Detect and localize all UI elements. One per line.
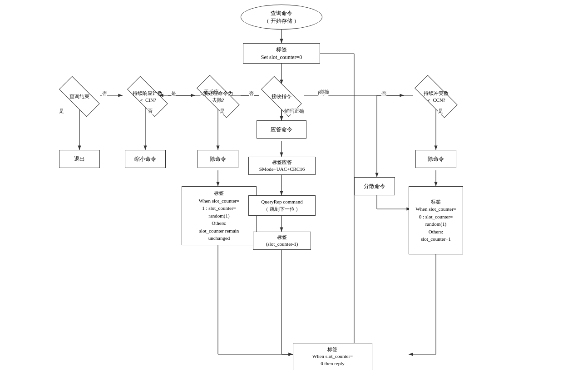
preprocess-node: 预处理命令为去除? bbox=[188, 84, 247, 109]
persist-resp-label: 持续响应计数＜ CIN? bbox=[133, 90, 163, 103]
tag-slot1-label: 标签When slot_counter=1 : slot_counter=ran… bbox=[199, 189, 240, 242]
queryrep-label: QueryRep command（ 跳到下一位 ） bbox=[261, 198, 302, 213]
when-slot-reply-label: 标签When slot_counter=0 then reply bbox=[312, 346, 353, 367]
persist-conf-no-label: 否 bbox=[381, 90, 386, 97]
remove-cmd1-node: 除命令 bbox=[198, 150, 238, 168]
preprocess-yes-label: 是 bbox=[220, 108, 225, 114]
persist-conf-node: 持续冲突数＜ CCN? bbox=[406, 84, 465, 109]
scatter-cmd-node: 分散命令 bbox=[354, 177, 395, 195]
query-end-yes-label: 是 bbox=[59, 108, 64, 114]
remove-cmd2-label: 除命令 bbox=[428, 155, 444, 163]
tag-slot2-node: 标签When slot_counter=0 : slot_counter=ran… bbox=[409, 186, 463, 254]
exit-label: 退出 bbox=[74, 155, 85, 163]
tag-reply-node: 标签应答SMode+UAC+CRC16 bbox=[248, 157, 316, 175]
shrink-cmd-node: 缩小命令 bbox=[125, 150, 166, 168]
tag-dec-node: 标签(slot_counter-1) bbox=[253, 232, 311, 250]
query-end-node: 查询结束 bbox=[52, 84, 107, 109]
preprocess-no-label: 否 bbox=[249, 90, 254, 97]
start-label: 查询命令 （ 开始存储 ） bbox=[264, 10, 299, 25]
tag-slot2-label: 标签When slot_counter=0 : slot_counter=ran… bbox=[415, 198, 456, 243]
persist-resp-no-label: 否 bbox=[148, 108, 153, 114]
recv-cmd-label: 接收指令 bbox=[272, 93, 291, 99]
set-slot-node: 标签Set slot_counter=0 bbox=[243, 43, 320, 64]
ack-cmd-node: 应答命令 bbox=[257, 120, 306, 139]
tag-dec-label: 标签(slot_counter-1) bbox=[266, 234, 298, 248]
flowchart-diagram: 查询命令 （ 开始存储 ） 标签Set slot_counter=0 接收指令 … bbox=[0, 0, 563, 392]
query-end-label: 查询结束 bbox=[69, 93, 89, 99]
exit-node: 退出 bbox=[59, 150, 100, 168]
start-node: 查询命令 （ 开始存储 ） bbox=[241, 5, 322, 30]
when-slot-reply-node: 标签When slot_counter=0 then reply bbox=[293, 343, 372, 370]
set-slot-label: 标签Set slot_counter=0 bbox=[261, 46, 302, 61]
scatter-cmd-label: 分散命令 bbox=[364, 183, 385, 190]
remove-cmd1-label: 除命令 bbox=[210, 155, 226, 163]
remove-cmd2-node: 除命令 bbox=[415, 150, 456, 168]
persist-conf-yes-label: 是 bbox=[438, 108, 443, 114]
persist-resp-yes-label: 是 bbox=[171, 90, 176, 97]
tag-reply-label: 标签应答SMode+UAC+CRC16 bbox=[259, 159, 305, 173]
queryrep-node: QueryRep command（ 跳到下一位 ） bbox=[248, 195, 316, 216]
shrink-cmd-label: 缩小命令 bbox=[134, 155, 156, 163]
persist-resp-node: 持续响应计数＜ CIN? bbox=[120, 84, 175, 109]
tag-slot1-node: 标签When slot_counter=1 : slot_counter=ran… bbox=[182, 186, 257, 245]
preprocess-label: 预处理命令为去除? bbox=[203, 90, 233, 103]
ack-cmd-label: 应答命令 bbox=[271, 126, 292, 134]
query-end-no-label: 否 bbox=[102, 90, 107, 97]
recv-cmd-node: 接收指令 bbox=[254, 84, 309, 109]
arrow-label-collision: 碰撞 bbox=[319, 89, 329, 95]
arrow-label-decode: 解码正确 bbox=[284, 108, 304, 114]
persist-conf-label: 持续冲突数＜ CCN? bbox=[424, 90, 449, 103]
